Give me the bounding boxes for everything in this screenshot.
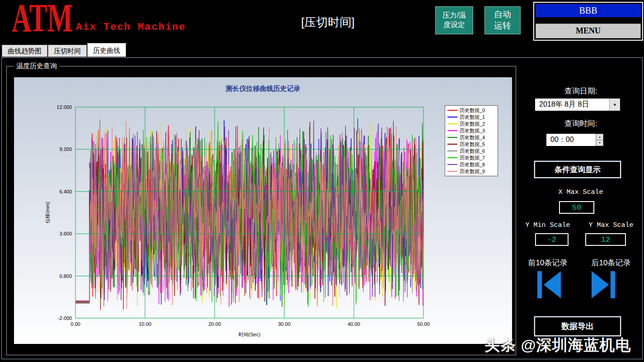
tab-bar: 曲线趋势图 压切时间 历史曲线 bbox=[2, 43, 127, 57]
legend-color-swatch bbox=[447, 150, 457, 151]
prev-10-records-label: 前10条记录 bbox=[520, 258, 575, 268]
watermark: 头条 @深圳海蓝机电 bbox=[484, 335, 631, 356]
pressure-temp-setting-button[interactable]: 压力/温 度设定 bbox=[435, 6, 473, 34]
svg-text:时间(Sec): 时间(Sec) bbox=[239, 332, 260, 337]
auto-run-button[interactable]: 自动 运转 bbox=[484, 6, 521, 34]
skip-to-end-icon bbox=[591, 270, 616, 299]
legend-item: 历史数据_8 bbox=[447, 161, 495, 168]
app-logo-subtitle: Aix Tech Machine bbox=[76, 22, 186, 33]
calendar-dropdown-icon: ▼ bbox=[613, 103, 617, 107]
legend-item: 历史数据_4 bbox=[447, 134, 495, 141]
svg-text:6.400: 6.400 bbox=[59, 189, 72, 194]
legend-item: 历史数据_5 bbox=[447, 141, 495, 147]
legend-label: 历史数据_3 bbox=[460, 128, 485, 134]
legend-item: 历史数据_9 bbox=[447, 168, 495, 174]
tab-history-curve[interactable]: 历史曲线 bbox=[87, 43, 126, 57]
legend-color-swatch bbox=[447, 171, 457, 172]
date-dropdown-button[interactable]: ▼ bbox=[609, 99, 620, 111]
header: ATM Aix Tech Machine [压切时间] 压力/温 度设定 自动 … bbox=[0, 0, 644, 42]
legend-label: 历史数据_0 bbox=[460, 108, 485, 113]
svg-text:30.00: 30.00 bbox=[278, 321, 291, 327]
next-10-records-label: 后10条记录 bbox=[583, 258, 639, 268]
legend-item: 历史数据_3 bbox=[447, 127, 495, 134]
svg-text:位移(mm): 位移(mm) bbox=[45, 202, 50, 224]
y-min-scale-input[interactable]: -2 bbox=[535, 233, 569, 246]
query-date-label: 查询日期: bbox=[519, 86, 642, 96]
legend-label: 历史数据_6 bbox=[460, 148, 485, 154]
x-max-scale-input[interactable]: 50 bbox=[559, 201, 594, 214]
svg-text:3.600: 3.600 bbox=[59, 231, 72, 236]
legend-color-swatch bbox=[447, 130, 457, 131]
main-panel: 温度历史查询 0.0010.0020.0030.0040.0050.0012.0… bbox=[1, 57, 643, 359]
legend-label: 历史数据_4 bbox=[460, 135, 485, 141]
legend-item: 历史数据_1 bbox=[447, 114, 495, 120]
time-picker[interactable]: 00：00 ▲ ▼ bbox=[546, 134, 603, 146]
menu-button[interactable]: MENU bbox=[536, 24, 641, 38]
legend-color-swatch bbox=[447, 110, 457, 111]
svg-text:0.800: 0.800 bbox=[59, 273, 72, 279]
legend-label: 历史数据_1 bbox=[460, 114, 485, 120]
chart-title: 测长仪位移曲线历史记录 bbox=[14, 85, 512, 93]
date-picker[interactable]: 2018年 8月 8日 ▼ bbox=[535, 99, 620, 111]
skip-to-end-button[interactable] bbox=[591, 270, 616, 299]
page-title: [压切时间] bbox=[301, 14, 354, 30]
legend-color-swatch bbox=[447, 137, 457, 138]
time-spin-down-button[interactable]: ▼ bbox=[596, 140, 603, 146]
query-sidebar: 查询日期: 2018年 8月 8日 ▼ 查询时间: 00：00 ▲ ▼ 条件查询… bbox=[519, 66, 642, 358]
spin-down-icon: ▼ bbox=[598, 141, 601, 144]
legend-label: 历史数据_8 bbox=[460, 162, 485, 168]
history-query-groupbox: 温度历史查询 0.0010.0020.0030.0040.0050.0012.0… bbox=[6, 66, 516, 355]
time-value: 00：00 bbox=[546, 134, 596, 146]
svg-text:0.00: 0.00 bbox=[71, 321, 80, 327]
legend-item: 历史数据_7 bbox=[447, 155, 495, 161]
header-right-panel: BBB MENU bbox=[533, 2, 643, 41]
chart-legend: 历史数据_0历史数据_1历史数据_2历史数据_3历史数据_4历史数据_5历史数据… bbox=[445, 105, 498, 176]
tab-curve-trend[interactable]: 曲线趋势图 bbox=[2, 45, 47, 57]
y-min-scale-label: Y Min Scale bbox=[520, 221, 575, 229]
legend-color-swatch bbox=[447, 144, 457, 145]
legend-item: 历史数据_0 bbox=[447, 107, 495, 113]
history-curve-chart: 0.0010.0020.0030.0040.0050.0012.0009.200… bbox=[14, 77, 512, 344]
app-logo: ATM bbox=[12, 0, 73, 39]
svg-text:9.200: 9.200 bbox=[59, 146, 72, 152]
date-value: 2018年 8月 8日 bbox=[535, 99, 609, 111]
svg-text:20.00: 20.00 bbox=[208, 321, 221, 327]
y-max-scale-label: Y Max Scale bbox=[583, 221, 639, 229]
y-max-scale-input[interactable]: 12 bbox=[585, 233, 626, 246]
svg-text:12.000: 12.000 bbox=[56, 104, 72, 110]
chart-panel: 0.0010.0020.0030.0040.0050.0012.0009.200… bbox=[14, 77, 512, 344]
legend-color-swatch bbox=[447, 157, 457, 158]
svg-text:10.00: 10.00 bbox=[139, 321, 151, 327]
legend-color-swatch bbox=[447, 164, 457, 165]
groupbox-title: 温度历史查询 bbox=[14, 62, 59, 71]
legend-item: 历史数据_2 bbox=[447, 121, 495, 127]
legend-item: 历史数据_6 bbox=[447, 148, 495, 154]
skip-to-start-icon bbox=[536, 270, 562, 299]
svg-text:50.00: 50.00 bbox=[417, 321, 430, 327]
skip-to-start-button[interactable] bbox=[536, 270, 562, 299]
time-spinner: ▲ ▼ bbox=[596, 134, 603, 146]
svg-text:40.00: 40.00 bbox=[348, 321, 360, 327]
tab-press-cut-time[interactable]: 压切时间 bbox=[48, 45, 87, 57]
condition-query-button[interactable]: 条件查询显示 bbox=[534, 161, 621, 178]
svg-text:-2.000: -2.000 bbox=[58, 315, 72, 321]
query-time-label: 查询时间: bbox=[519, 118, 642, 129]
legend-label: 历史数据_2 bbox=[460, 121, 485, 127]
legend-label: 历史数据_7 bbox=[460, 155, 485, 161]
status-bbb-label: BBB bbox=[536, 4, 641, 17]
data-export-button[interactable]: 数据导出 bbox=[534, 316, 621, 336]
legend-color-swatch bbox=[447, 117, 457, 118]
x-max-scale-label: X Max Scale bbox=[519, 188, 642, 196]
time-spin-up-button[interactable]: ▲ bbox=[596, 134, 603, 140]
legend-label: 历史数据_5 bbox=[460, 141, 485, 147]
spin-up-icon: ▲ bbox=[598, 136, 601, 138]
legend-color-swatch bbox=[447, 123, 457, 124]
legend-label: 历史数据_9 bbox=[460, 169, 485, 174]
